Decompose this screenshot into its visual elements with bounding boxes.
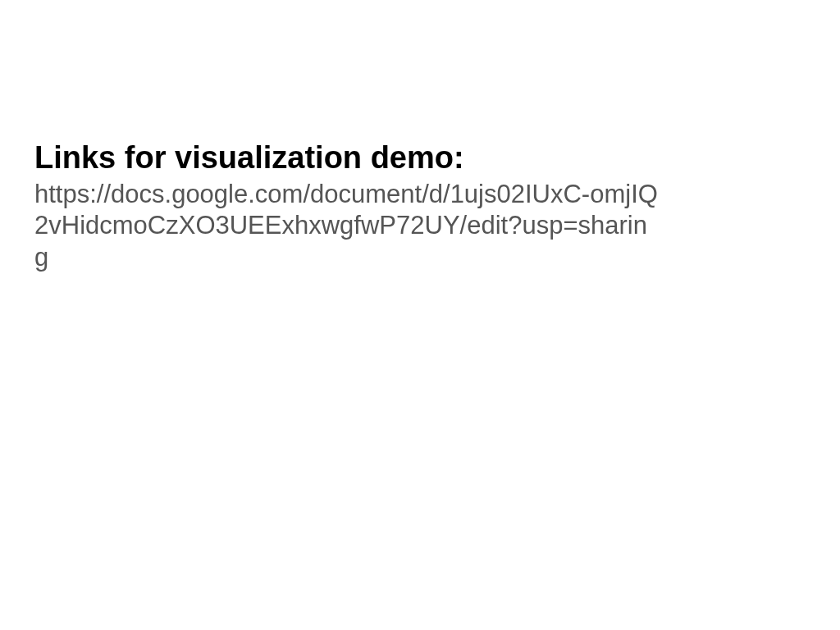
slide-title: Links for visualization demo: (34, 139, 806, 177)
slide-content: Links for visualization demo: https://do… (0, 0, 840, 274)
slide-body-text: https://docs.google.com/document/d/1ujs0… (34, 179, 658, 274)
